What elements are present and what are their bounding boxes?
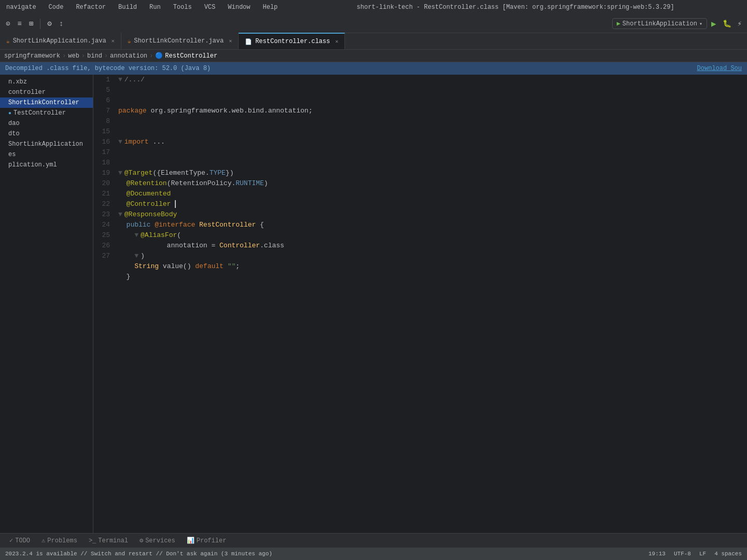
fold-2[interactable]: ▼ (118, 138, 122, 146)
breadcrumb-sep-2: › (81, 52, 85, 60)
bottom-tab-profiler[interactable]: 📊 Profiler (182, 535, 232, 547)
download-source-link[interactable]: Download Sou (697, 65, 742, 72)
fold-5[interactable]: ▼ (134, 231, 139, 239)
menu-window[interactable]: Window (226, 3, 252, 12)
decompile-banner: Decompiled .class file, bytecode version… (0, 62, 747, 75)
coverage-button[interactable]: ⚡ (736, 18, 744, 29)
terminal-label: Terminal (98, 537, 128, 544)
menu-tools[interactable]: Tools (171, 3, 194, 12)
tab-close-btn[interactable]: ✕ (112, 38, 115, 44)
status-update-text: 2023.2.4 is available // Switch and rest… (5, 551, 272, 557)
sidebar-item-dto[interactable]: dto (0, 129, 93, 139)
bottom-tab-todo[interactable]: ✓ TODO (4, 535, 35, 547)
run-config-chevron: ▾ (699, 21, 702, 27)
sidebar-item-shortlinkapplication[interactable]: ShortLinkApplication (0, 139, 93, 149)
editor[interactable]: 1 5 6 7 8 15 16 17 18 19 20 21 22 23 24 … (93, 75, 747, 533)
sidebar-item-testcontroller[interactable]: ●TestController (0, 108, 93, 118)
status-indent[interactable]: 4 spaces (714, 551, 742, 557)
sidebar-item-nxbz[interactable]: n.xbz (0, 77, 93, 87)
tab-shortlinkapplication[interactable]: ☕ ShortLinkApplication.java ✕ (0, 33, 121, 49)
fold-3[interactable]: ▼ (118, 169, 122, 177)
sidebar-item-controller[interactable]: controller (0, 87, 93, 97)
run-config-label: ShortLinkApplication (622, 20, 697, 27)
breadcrumb-active-label: RestController (165, 52, 217, 60)
class-icon: 📄 (245, 38, 252, 45)
bottom-tab-services[interactable]: ⚙ Services (134, 535, 181, 547)
status-encoding[interactable]: UTF-8 (674, 551, 691, 557)
sidebar-item-plicationyml[interactable]: plication.yml (0, 160, 93, 170)
tab-label: ShortLinkApplication.java (13, 37, 106, 45)
sidebar-item-dao[interactable]: dao (0, 118, 93, 129)
status-bar: 2023.2.4 is available // Switch and rest… (0, 548, 747, 560)
fold-4[interactable]: ▼ (118, 211, 122, 218)
status-line-ending[interactable]: LF (699, 551, 706, 557)
java-icon: ☕ (6, 38, 10, 45)
breadcrumb-annotation[interactable]: annotation (110, 52, 147, 60)
terminal-icon: >_ (89, 537, 96, 544)
status-line-col[interactable]: 19:13 (648, 551, 666, 557)
todo-label: TODO (15, 537, 30, 544)
profiler-label: Profiler (197, 537, 227, 544)
tab-label-3: RestController.class (255, 38, 330, 45)
tab-shortlinkcontroller[interactable]: ☕ ShortLinkController.java ✕ (121, 33, 239, 49)
run-config-selector[interactable]: ▶ ShortLinkApplication ▾ (612, 18, 707, 29)
todo-icon: ✓ (9, 537, 13, 544)
menu-refactor[interactable]: Refactor (74, 3, 108, 12)
toolbar-btn-5[interactable]: ↕ (57, 18, 66, 30)
toolbar-btn-3[interactable]: ⊞ (26, 18, 36, 30)
bottom-tab-terminal[interactable]: >_ Terminal (84, 535, 133, 547)
tab-restcontroller[interactable]: 📄 RestController.class ✕ (239, 33, 345, 49)
profiler-icon: 📊 (187, 537, 195, 544)
menu-code[interactable]: Code (47, 3, 66, 12)
services-label: Services (145, 537, 175, 544)
title-bar: navigate Code Refactor Build Run Tools V… (0, 0, 747, 15)
run-button[interactable]: ▶ (709, 18, 718, 30)
tab-label-2: ShortLinkController.java (134, 37, 224, 45)
toolbar: ⊙ ≡ ⊞ ⚙ ↕ ▶ ShortLinkApplication ▾ ▶ 🐛 ⚡ (0, 15, 747, 33)
fold-6[interactable]: ▼ (134, 252, 139, 260)
tab-close-btn-2[interactable]: ✕ (229, 38, 232, 44)
menu-navigate[interactable]: navigate (4, 3, 38, 12)
breadcrumb-sep-4: › (149, 52, 153, 60)
breadcrumb: springframework › web › bind › annotatio… (0, 50, 747, 62)
breadcrumb-web[interactable]: web (68, 52, 79, 60)
problems-label: Problems (47, 537, 77, 544)
code-area[interactable]: ▼/.../ package org.springframework.web.b… (114, 75, 747, 533)
breadcrumb-bind[interactable]: bind (87, 52, 102, 60)
toolbar-separator (40, 19, 40, 29)
menu-run[interactable]: Run (147, 3, 163, 12)
run-config-icon: ▶ (617, 20, 620, 27)
sidebar: n.xbz controller ShortLinkController ●Te… (0, 75, 93, 533)
java-icon-2: ☕ (128, 38, 131, 45)
toolbar-btn-2[interactable]: ≡ (15, 18, 24, 30)
menu-help[interactable]: Help (261, 3, 280, 12)
breadcrumb-restcontroller: 🔵 RestController (155, 52, 217, 60)
menu-vcs[interactable]: VCS (202, 3, 218, 12)
window-title: short-link-tech - RestController.class [… (288, 4, 743, 11)
tab-close-btn-3[interactable]: ✕ (335, 38, 338, 45)
toolbar-btn-1[interactable]: ⊙ (3, 18, 12, 30)
main-content: n.xbz controller ShortLinkController ●Te… (0, 75, 747, 533)
breadcrumb-springframework[interactable]: springframework (4, 52, 60, 60)
breadcrumb-sep-3: › (104, 52, 108, 60)
sidebar-item-es[interactable]: es (0, 149, 93, 160)
tabs-bar: ☕ ShortLinkApplication.java ✕ ☕ ShortLin… (0, 33, 747, 50)
status-right: 19:13 UTF-8 LF 4 spaces (648, 551, 742, 557)
toolbar-settings[interactable]: ⚙ (45, 18, 54, 30)
line-numbers: 1 5 6 7 8 15 16 17 18 19 20 21 22 23 24 … (93, 75, 114, 533)
fold-1[interactable]: ▼ (118, 76, 122, 83)
breadcrumb-sep-1: › (62, 52, 66, 60)
sidebar-item-shortlinkcontroller[interactable]: ShortLinkController (0, 97, 93, 108)
bottom-tabs: ✓ TODO ⚠ Problems >_ Terminal ⚙ Services… (0, 533, 747, 548)
decompile-text: Decompiled .class file, bytecode version… (5, 65, 211, 72)
services-icon: ⚙ (140, 537, 143, 544)
debug-button[interactable]: 🐛 (721, 18, 734, 29)
problems-icon: ⚠ (42, 537, 45, 544)
bottom-tab-problems[interactable]: ⚠ Problems (36, 535, 82, 547)
menu-build[interactable]: Build (116, 3, 139, 12)
